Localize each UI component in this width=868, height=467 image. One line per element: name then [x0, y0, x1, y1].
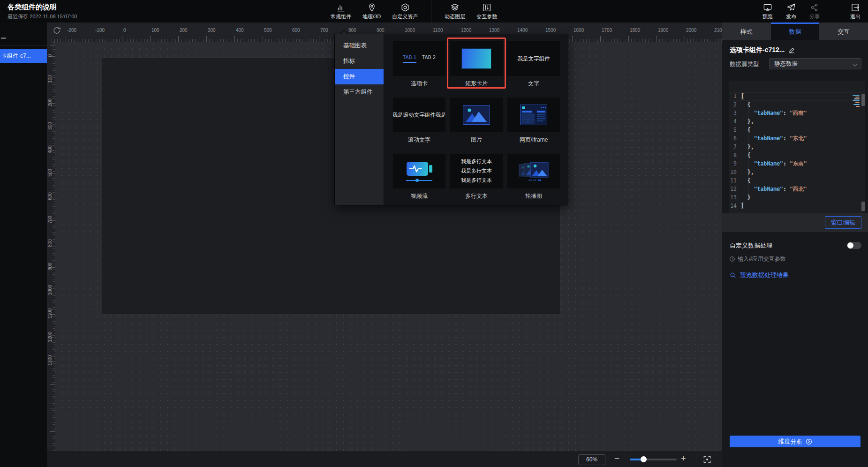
indent-guide — [748, 100, 748, 202]
preview-result-link[interactable]: 预览数据处理结果 — [730, 271, 789, 279]
camera-lens — [429, 165, 432, 173]
zoom-in-button[interactable]: + — [681, 454, 686, 464]
tool-regular-components-label: 常规组件 — [331, 13, 351, 20]
tool-interaction-params[interactable]: 交互参数 — [476, 0, 497, 23]
ruler-label: 2100 — [714, 28, 722, 33]
component-item-text[interactable]: 我是文字组件文字 — [507, 41, 560, 87]
tool-dynamic-layers[interactable]: 动态图层 — [445, 0, 465, 23]
ruler-label: 400 — [236, 28, 244, 33]
minimap — [847, 95, 860, 108]
category-third-party[interactable]: 第三方组件 — [335, 84, 384, 100]
dimension-analysis-button[interactable]: 维度分析 — [730, 436, 860, 447]
minimap-line — [855, 102, 860, 103]
category-controls[interactable]: 控件 — [335, 69, 384, 84]
code-text: }, — [741, 143, 754, 151]
tab-data[interactable]: 数据 — [771, 23, 820, 40]
ruler-label: 600 — [292, 28, 300, 33]
chevron-down-icon — [852, 61, 858, 67]
ruler-label: 1700 — [602, 28, 612, 33]
tool-custom-assets-label: 自定义资产 — [392, 13, 418, 20]
component-item-tab-card[interactable]: TAB 1TAB 2选项卡 — [393, 41, 445, 87]
action-preview[interactable]: 预览 — [762, 0, 773, 23]
reset-view-icon[interactable] — [52, 26, 62, 36]
tool-geo-3d[interactable]: 地理/3D — [362, 0, 381, 23]
component-item-scroll-text[interactable]: 我是滚动文字组件我是滚动文字 — [393, 98, 445, 143]
component-preview-multiline-text: 我是多行文本我是多行文本我是多行文本 — [450, 154, 503, 188]
layer-panel-dash — [1, 38, 6, 39]
toggle-knob — [847, 242, 853, 249]
component-item-carousel[interactable]: 轮播图 — [507, 154, 560, 200]
component-preview-scroll-text: 我是滚动文字组件我是 — [393, 98, 445, 132]
line-number: 4 — [729, 117, 741, 126]
layer-item-selected[interactable]: 卡组件-c7... — [0, 49, 47, 63]
text-preview: 我是文字组件 — [518, 55, 550, 62]
code-text: "tabName": "东南" — [741, 159, 807, 168]
component-item-video-stream[interactable]: 视频流 — [393, 154, 445, 200]
ruler-label: 1000 — [405, 28, 415, 33]
action-publish[interactable]: 发布 — [786, 0, 796, 23]
tab-style[interactable]: 样式 — [722, 23, 771, 40]
page-title: 各类组件的说明 — [8, 3, 77, 12]
json-code-editor[interactable]: 1[2 {3 "tabName": "西南"4 },5 {6 "tabName"… — [729, 81, 865, 213]
component-label-video-stream: 视频流 — [393, 192, 445, 200]
code-lines: 1[2 {3 "tabName": "西南"4 },5 {6 "tabName"… — [729, 81, 865, 210]
tab-interaction[interactable]: 交互 — [819, 23, 868, 40]
action-share[interactable]: 分享 — [809, 0, 820, 23]
category-indicators[interactable]: 指标 — [335, 53, 384, 69]
action-exit[interactable]: 退出 — [850, 0, 860, 23]
ruler-label: -200 — [67, 28, 76, 33]
zoom-slider[interactable] — [630, 459, 677, 460]
window-edit-button[interactable]: 窗口编辑 — [825, 216, 861, 229]
ruler-label: 700 — [320, 28, 328, 33]
info-icon — [729, 256, 735, 262]
code-line: 3 "tabName": "西南" — [729, 109, 865, 117]
video-progress — [406, 180, 432, 181]
header-actions: 预览发布分享退出 — [762, 0, 860, 23]
minimap-line — [853, 100, 860, 101]
editor-scrollbar[interactable] — [861, 202, 865, 211]
fit-to-screen-icon[interactable] — [702, 455, 712, 464]
tool-custom-assets[interactable]: 自定义资产 — [392, 0, 418, 23]
minimap-line — [856, 106, 860, 107]
line-number: 14 — [729, 202, 741, 210]
tool-regular-components[interactable]: 常规组件 — [331, 0, 351, 23]
hexagon-icon — [400, 3, 410, 12]
exit-icon — [851, 3, 860, 12]
zoom-level-value[interactable]: 60% — [578, 454, 605, 465]
component-label-multiline-text: 多行文本 — [450, 192, 503, 200]
ruler-label: 800 — [47, 234, 53, 253]
code-line: 4 }, — [729, 117, 865, 126]
top-bar: 各类组件的说明 最近保存 2022-11-08 15:07:00 常规组件地理/… — [0, 0, 868, 23]
datasource-type-select[interactable]: 静态数据 — [769, 58, 861, 69]
component-item-multiline-text[interactable]: 我是多行文本我是多行文本我是多行文本多行文本 — [450, 154, 503, 200]
tool-interaction-params-label: 交互参数 — [476, 13, 497, 20]
zoom-out-button[interactable]: − — [614, 453, 619, 464]
preview-result-label: 预览数据处理结果 — [740, 271, 789, 279]
component-label-rect-card: 矩形卡片 — [450, 80, 503, 87]
code-text: }, — [741, 168, 754, 176]
component-item-rect-card[interactable]: 矩形卡片 — [450, 41, 503, 87]
zoom-slider-handle[interactable] — [641, 456, 647, 462]
editor-scrollbar[interactable] — [861, 94, 865, 106]
ruler-label: 500 — [47, 164, 53, 182]
ruler-label: 1100 — [433, 28, 443, 33]
custom-processing-toggle[interactable] — [847, 242, 861, 249]
ruler-label: 0 — [123, 28, 126, 33]
component-item-image[interactable]: 图片 — [450, 98, 503, 143]
arrow-circle-icon — [806, 438, 812, 445]
component-item-iframe[interactable]: 网页/iframe — [507, 98, 560, 143]
component-label-carousel: 轮播图 — [507, 192, 560, 200]
ruler-label: 400 — [47, 140, 53, 159]
share-icon — [810, 3, 819, 12]
category-basic-charts[interactable]: 基础图表 — [335, 38, 384, 53]
component-preview-image — [450, 98, 503, 132]
line-number: 8 — [729, 151, 741, 159]
line-number: 1 — [729, 92, 741, 100]
code-line: 1[ — [729, 92, 865, 100]
component-label-scroll-text: 滚动文字 — [393, 136, 445, 143]
line-number: 6 — [729, 134, 741, 143]
component-preview-rect-card — [450, 41, 503, 76]
edit-icon[interactable] — [788, 47, 795, 54]
tool-geo-3d-label: 地理/3D — [362, 13, 381, 20]
minimap-line — [855, 97, 860, 98]
